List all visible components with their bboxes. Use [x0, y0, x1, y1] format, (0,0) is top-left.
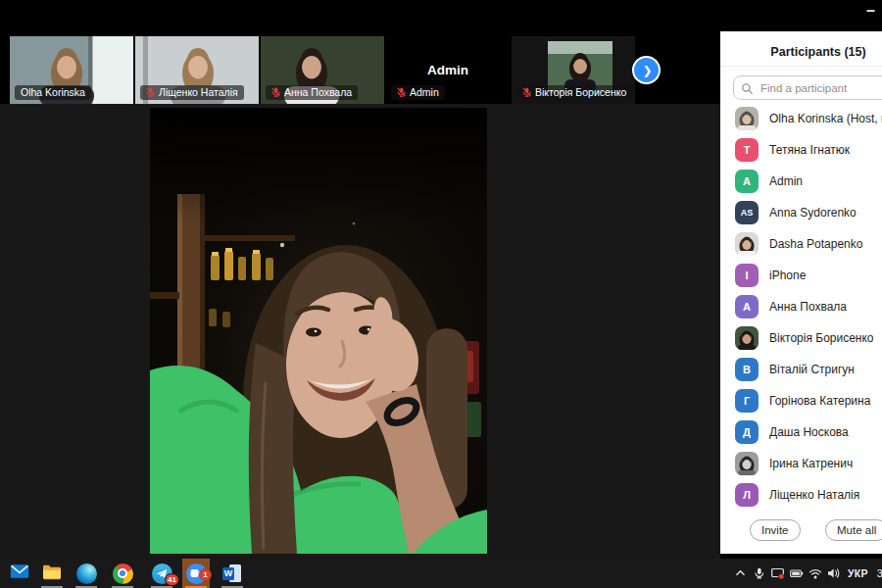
participant-name-label: Вікторія Борисенко: [516, 85, 632, 100]
tile-name-text: Ліщенко Наталія: [159, 86, 238, 98]
participant-name: Dasha Potapenko: [769, 237, 862, 251]
volume-icon[interactable]: [826, 567, 841, 580]
avatar: Т: [735, 138, 759, 162]
tile-name-text: Admin: [410, 86, 439, 98]
avatar: I: [735, 264, 759, 287]
avatar: Г: [735, 389, 759, 413]
participant-name: Горінова Катерина: [769, 394, 870, 408]
participant-row[interactable]: Ірина Катренич: [720, 448, 882, 479]
chrome-icon: [113, 564, 133, 584]
participant-row[interactable]: ВВіталій Стригун: [720, 354, 882, 385]
avatar: [735, 452, 759, 475]
taskbar-clock: 3: [877, 567, 882, 579]
minimize-icon[interactable]: –: [866, 2, 875, 20]
taskbar-edge-button[interactable]: [73, 559, 100, 588]
mic-muted-icon: [397, 87, 406, 97]
participant-row[interactable]: ААнна Похвала: [720, 291, 882, 322]
mute-all-button[interactable]: Mute all: [825, 519, 882, 541]
participant-name: iPhone: [769, 269, 806, 282]
notification-badge: 1: [199, 568, 212, 581]
tile-name-text: Olha Korinska: [21, 86, 85, 98]
system-tray: УКР 3: [733, 559, 882, 588]
wifi-icon[interactable]: [808, 567, 822, 580]
avatar: [735, 326, 759, 350]
taskbar-telegram-button[interactable]: 41: [148, 559, 175, 588]
participant-name: Тетяна Ігнатюк: [769, 143, 850, 157]
search-input[interactable]: [733, 75, 882, 100]
filmstrip-tile[interactable]: Olha Korinska: [10, 36, 133, 104]
taskbar-word-button[interactable]: W: [219, 559, 246, 588]
next-page-button[interactable]: ❯: [632, 56, 661, 84]
avatar: [735, 232, 759, 256]
taskbar-mail-button[interactable]: [6, 559, 33, 588]
participant-name-label: Admin: [391, 85, 445, 100]
participant-row[interactable]: Вікторія Борисенко: [720, 322, 882, 354]
filmstrip-tile[interactable]: Ліщенко Наталія: [135, 36, 259, 104]
language-indicator[interactable]: УКР: [848, 567, 868, 579]
participants-footer: Invite Mute all: [720, 511, 882, 554]
battery-icon[interactable]: [789, 567, 804, 580]
avatar: А: [735, 295, 759, 318]
zoom-meeting-screen: – Olha Korinska Ліщенко Наталія Анна Пох…: [0, 0, 882, 588]
chevron-right-icon: ❯: [634, 58, 659, 82]
avatar: AS: [735, 201, 759, 224]
main-video: [150, 108, 487, 554]
explorer-icon: [42, 564, 62, 584]
participant-name: Вікторія Борисенко: [769, 331, 874, 345]
participant-row[interactable]: ГГорінова Катерина: [720, 385, 882, 416]
filmstrip-tile[interactable]: Вікторія Борисенко: [512, 36, 635, 104]
avatar: Д: [735, 420, 759, 444]
main-stage: [0, 104, 720, 559]
taskbar: 41 1W УКР 3: [0, 559, 882, 588]
participant-row[interactable]: ЛЛіщенко Наталія: [720, 479, 882, 511]
participant-name: Anna Sydorenko: [769, 206, 857, 220]
participants-panel: Participants (15) Olha Korinska (Host, m…: [720, 31, 882, 554]
participant-name-label: Анна Похвала: [266, 85, 358, 100]
mail-icon: [10, 564, 29, 583]
participant-row[interactable]: Olha Korinska (Host, me): [720, 103, 882, 134]
mic-muted-icon: [146, 87, 155, 97]
edge-icon: [76, 564, 97, 584]
mic-muted-icon: [522, 87, 531, 97]
filmstrip-tiles: Olha Korinska Ліщенко Наталія Анна Похва…: [10, 36, 637, 104]
participant-name-label: Ліщенко Наталія: [140, 85, 244, 100]
avatar: A: [735, 170, 759, 193]
taskbar-explorer-button[interactable]: [38, 559, 66, 588]
mic-muted-icon: [271, 87, 280, 97]
participant-row[interactable]: ДДаша Носкова: [720, 416, 882, 448]
participants-panel-title: Participants (15): [720, 31, 882, 67]
word-icon: W: [222, 564, 242, 583]
participant-name: Ірина Катренич: [769, 457, 853, 470]
avatar: В: [735, 358, 759, 381]
participant-row[interactable]: IiPhone: [720, 260, 882, 291]
taskbar-zoom-button[interactable]: 1: [182, 559, 210, 588]
notification-badge: 41: [165, 573, 179, 586]
participant-row[interactable]: AAdmin: [720, 166, 882, 197]
microphone-icon[interactable]: [752, 567, 766, 580]
tile-name-text: Анна Похвала: [284, 86, 352, 98]
screen-record-icon[interactable]: [770, 567, 785, 580]
participant-name: Даша Носкова: [769, 425, 849, 439]
participant-name: Анна Похвала: [769, 300, 847, 314]
invite-button[interactable]: Invite: [750, 519, 801, 541]
participant-row[interactable]: ASAnna Sydorenko: [720, 197, 882, 228]
filmstrip-tile[interactable]: Admin Admin: [386, 36, 510, 104]
avatar: Л: [735, 483, 759, 507]
avatar: [735, 107, 759, 130]
search-box: [733, 75, 882, 100]
participant-row[interactable]: ТТетяна Ігнатюк: [720, 134, 882, 166]
participant-row[interactable]: Dasha Potapenko: [720, 228, 882, 260]
participant-name: Olha Korinska (Host, me): [769, 112, 882, 125]
tile-name-text: Вікторія Борисенко: [535, 86, 626, 98]
participant-name: Ліщенко Наталія: [769, 488, 859, 502]
taskbar-chrome-button[interactable]: [109, 559, 136, 588]
chevron-up-icon[interactable]: [733, 567, 748, 580]
participant-name: Віталій Стригун: [769, 363, 855, 376]
participant-name-label: Olha Korinska: [15, 85, 91, 100]
filmstrip-tile[interactable]: Анна Похвала: [261, 36, 384, 104]
participant-name: Admin: [769, 174, 803, 188]
participant-list: Olha Korinska (Host, me)ТТетяна ІгнатюкA…: [720, 103, 882, 517]
